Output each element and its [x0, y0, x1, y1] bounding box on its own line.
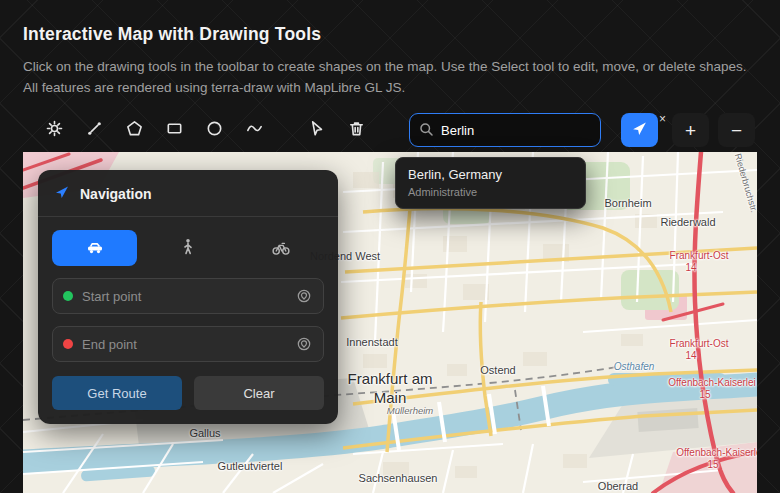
- zoom-controls: + −: [672, 113, 755, 147]
- start-point-input[interactable]: [82, 289, 286, 304]
- navigation-panel-title: Navigation: [80, 186, 152, 202]
- clear-route-button[interactable]: Clear: [194, 376, 324, 410]
- line-icon: [85, 119, 104, 141]
- locate-pin-icon[interactable]: [295, 335, 313, 353]
- panel-actions: Get Route Clear: [38, 374, 338, 424]
- tab-mode-walk[interactable]: [145, 230, 230, 266]
- page-title: Interactive Map with Drawing Tools: [23, 24, 321, 45]
- tab-mode-car[interactable]: [52, 230, 137, 266]
- circle-icon: [205, 119, 224, 141]
- gear-icon: [45, 119, 64, 141]
- pentagon-icon: [125, 119, 144, 141]
- app-window: Interactive Map with Drawing Tools Click…: [0, 0, 780, 493]
- tab-mode-bike[interactable]: [239, 230, 324, 266]
- navigation-panel: Navigation: [38, 170, 338, 424]
- walking-person-icon: [178, 237, 198, 260]
- clear-search-icon[interactable]: ×: [659, 113, 666, 125]
- map-container[interactable]: BornheimRiederwaldNordend WestFrankfurt-…: [23, 152, 757, 493]
- line-tool-button[interactable]: [79, 115, 109, 145]
- start-point-dot: [63, 291, 73, 301]
- rectangle-icon: [165, 119, 184, 141]
- start-point-field[interactable]: [52, 278, 324, 314]
- settings-tool-button[interactable]: [39, 115, 69, 145]
- paper-plane-icon: [631, 120, 648, 140]
- search-icon: [418, 121, 435, 138]
- paper-plane-icon: [54, 184, 70, 204]
- car-icon: [85, 237, 105, 260]
- zoom-out-button[interactable]: −: [718, 113, 755, 147]
- search-suggestion-item[interactable]: Berlin, Germany Administrative: [395, 157, 586, 209]
- end-point-field[interactable]: [52, 326, 324, 362]
- suggestion-subtitle: Administrative: [408, 186, 573, 198]
- end-point-dot: [63, 339, 73, 349]
- freehand-tool-button[interactable]: [239, 115, 269, 145]
- freehand-wave-icon: [245, 119, 264, 141]
- suggestion-title: Berlin, Germany: [408, 167, 573, 182]
- select-tool-button[interactable]: [301, 115, 331, 145]
- drawing-toolbar: × + −: [23, 110, 757, 150]
- search-box: [409, 113, 601, 147]
- cursor-icon: [307, 119, 326, 141]
- rectangle-tool-button[interactable]: [159, 115, 189, 145]
- zoom-in-button[interactable]: +: [672, 113, 709, 147]
- search-input[interactable]: [409, 113, 601, 147]
- navigation-toggle-button[interactable]: [621, 113, 658, 147]
- locate-pin-icon[interactable]: [295, 287, 313, 305]
- trash-icon: [347, 119, 366, 141]
- get-route-button[interactable]: Get Route: [52, 376, 182, 410]
- circle-tool-button[interactable]: [199, 115, 229, 145]
- polygon-tool-button[interactable]: [119, 115, 149, 145]
- end-point-input[interactable]: [82, 337, 286, 352]
- page-subtitle: Click on the drawing tools in the toolba…: [23, 57, 749, 99]
- navigation-panel-header: Navigation: [38, 170, 338, 217]
- delete-tool-button[interactable]: [341, 115, 371, 145]
- bicycle-icon: [271, 237, 291, 260]
- travel-mode-tabs: [38, 217, 338, 278]
